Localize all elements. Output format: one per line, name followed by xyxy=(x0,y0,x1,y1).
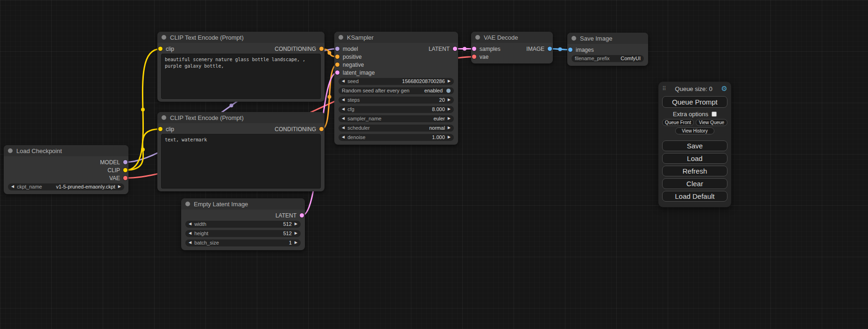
collapse-dot-icon[interactable] xyxy=(572,36,576,41)
widget-batch-size[interactable]: ◀ batch_size 1 ▶ xyxy=(185,239,301,246)
input-slot-label: images xyxy=(576,47,594,53)
collapse-dot-icon[interactable] xyxy=(162,35,166,40)
decrement-arrow-icon[interactable]: ◀ xyxy=(189,241,191,245)
widget-sampler-name[interactable]: ◀ sampler_name euler ▶ xyxy=(339,115,454,122)
widget-height[interactable]: ◀ height 512 ▶ xyxy=(185,230,301,237)
node-title: VAE Decode xyxy=(484,34,518,41)
input-slot-label: clip xyxy=(166,126,174,133)
node-save-image[interactable]: Save Image images filename_prefix ComfyU… xyxy=(567,33,648,66)
increment-arrow-icon[interactable]: ▶ xyxy=(295,231,297,235)
node-empty-latent-image[interactable]: Empty Latent Image LATENT ◀ width 512 ▶ … xyxy=(181,198,305,250)
node-ksampler[interactable]: KSampler model LATENT positive xyxy=(334,32,458,145)
node-title-bar[interactable]: CLIP Text Encode (Prompt) xyxy=(157,112,325,123)
node-title-bar[interactable]: KSampler xyxy=(334,32,458,43)
queue-front-button[interactable]: Queue Front xyxy=(662,119,694,126)
decrement-arrow-icon[interactable]: ◀ xyxy=(342,117,345,120)
output-slot-conditioning-dot[interactable] xyxy=(319,47,324,51)
output-slot-vae-dot[interactable] xyxy=(123,176,127,180)
widget-filename-prefix[interactable]: filename_prefix ComfyUI xyxy=(572,55,644,62)
decrement-arrow-icon[interactable]: ◀ xyxy=(342,79,345,83)
node-clip-text-encode-positive[interactable]: CLIP Text Encode (Prompt) clip CONDITION… xyxy=(157,32,325,102)
prompt-textarea[interactable]: beautiful scenery nature glass bottle la… xyxy=(161,54,321,99)
output-slot-label: LATENT xyxy=(429,46,450,52)
collapse-dot-icon[interactable] xyxy=(185,202,190,206)
collapse-dot-icon[interactable] xyxy=(475,35,480,40)
widget-random-seed-toggle[interactable]: Random seed after every gen enabled xyxy=(339,87,454,94)
widget-steps[interactable]: ◀ steps 20 ▶ xyxy=(339,97,454,104)
decrement-arrow-icon[interactable]: ◀ xyxy=(189,222,191,226)
clear-button[interactable]: Clear xyxy=(662,178,727,189)
output-slot-image-dot[interactable] xyxy=(548,47,552,51)
increment-arrow-icon[interactable]: ▶ xyxy=(295,222,297,226)
output-slot-latent-dot[interactable] xyxy=(300,213,304,217)
queue-menu-panel[interactable]: ⠿ Queue size: 0 ⚙ Queue Prompt Extra opt… xyxy=(658,82,731,207)
collapse-dot-icon[interactable] xyxy=(162,115,166,120)
extra-options-checkbox[interactable] xyxy=(712,112,717,117)
node-clip-text-encode-negative[interactable]: CLIP Text Encode (Prompt) clip CONDITION… xyxy=(157,112,325,191)
input-slot-model-dot[interactable] xyxy=(335,47,339,51)
increment-arrow-icon[interactable]: ▶ xyxy=(118,185,121,189)
output-slot-conditioning-dot[interactable] xyxy=(319,127,324,131)
decrement-arrow-icon[interactable]: ◀ xyxy=(342,107,345,111)
increment-arrow-icon[interactable]: ▶ xyxy=(448,98,451,102)
input-slot-label: negative xyxy=(343,62,364,68)
output-slot-latent-dot[interactable] xyxy=(453,47,457,51)
decrement-arrow-icon[interactable]: ◀ xyxy=(342,98,345,102)
input-slot-label: model xyxy=(343,46,358,52)
node-title-bar[interactable]: VAE Decode xyxy=(471,32,553,43)
widget-seed[interactable]: ◀ seed 156680208700286 ▶ xyxy=(339,78,454,85)
increment-arrow-icon[interactable]: ▶ xyxy=(448,117,451,120)
input-slot-negative-dot[interactable] xyxy=(335,63,339,67)
widget-denoise[interactable]: ◀ denoise 1.000 ▶ xyxy=(339,134,454,141)
decrement-arrow-icon[interactable]: ◀ xyxy=(11,185,14,189)
decrement-arrow-icon[interactable]: ◀ xyxy=(342,135,345,139)
input-slot-label: positive xyxy=(343,54,362,60)
queue-prompt-button[interactable]: Queue Prompt xyxy=(662,96,727,108)
output-slot-model-dot[interactable] xyxy=(123,160,127,164)
increment-arrow-icon[interactable]: ▶ xyxy=(448,135,451,139)
node-load-checkpoint[interactable]: Load Checkpoint MODEL CLIP VAE xyxy=(4,145,128,194)
increment-arrow-icon[interactable]: ▶ xyxy=(295,241,297,245)
toggle-indicator-icon[interactable] xyxy=(446,89,451,93)
node-title-bar[interactable]: Empty Latent Image xyxy=(181,198,305,210)
widget-ckpt-name[interactable]: ◀ ckpt_name v1-5-pruned-emaonly.ckpt ▶ xyxy=(8,183,124,190)
node-title-bar[interactable]: Save Image xyxy=(567,33,648,44)
increment-arrow-icon[interactable]: ▶ xyxy=(448,126,451,130)
decrement-arrow-icon[interactable]: ◀ xyxy=(189,231,191,235)
input-slot-images-dot[interactable] xyxy=(568,48,572,52)
load-default-button[interactable]: Load Default xyxy=(662,191,727,202)
graph-canvas[interactable]: Load Checkpoint MODEL CLIP VAE xyxy=(0,0,868,329)
view-queue-button[interactable]: View Queue xyxy=(696,119,727,126)
input-slot-vae-dot[interactable] xyxy=(472,55,476,59)
increment-arrow-icon[interactable]: ▶ xyxy=(448,107,451,111)
output-slot-label: VAE xyxy=(109,175,120,182)
node-title-bar[interactable]: CLIP Text Encode (Prompt) xyxy=(157,32,325,43)
input-slot-label: latent_image xyxy=(343,70,375,76)
node-title: CLIP Text Encode (Prompt) xyxy=(170,34,244,41)
collapse-dot-icon[interactable] xyxy=(339,35,343,40)
extra-options-label: Extra options xyxy=(673,111,708,118)
node-vae-decode[interactable]: VAE Decode samples IMAGE vae xyxy=(471,32,553,63)
refresh-button[interactable]: Refresh xyxy=(662,166,727,176)
drag-handle-icon[interactable]: ⠿ xyxy=(662,85,666,92)
node-title: Load Checkpoint xyxy=(16,147,62,154)
decrement-arrow-icon[interactable]: ◀ xyxy=(342,126,345,130)
prompt-textarea[interactable]: text, watermark xyxy=(161,134,321,189)
widget-width[interactable]: ◀ width 512 ▶ xyxy=(185,221,301,228)
input-slot-clip-dot[interactable] xyxy=(158,47,162,51)
widget-scheduler[interactable]: ◀ scheduler normal ▶ xyxy=(339,125,454,132)
widget-cfg[interactable]: ◀ cfg 8.000 ▶ xyxy=(339,106,454,113)
node-title-bar[interactable]: Load Checkpoint xyxy=(4,145,128,156)
save-button[interactable]: Save xyxy=(662,140,727,151)
output-slot-clip-dot[interactable] xyxy=(123,168,127,172)
load-button[interactable]: Load xyxy=(662,153,727,164)
collapse-dot-icon[interactable] xyxy=(8,148,13,153)
view-history-button[interactable]: View History xyxy=(675,127,714,134)
input-slot-latent-image-dot[interactable] xyxy=(335,70,339,75)
input-slot-clip-dot[interactable] xyxy=(158,127,162,131)
increment-arrow-icon[interactable]: ▶ xyxy=(448,79,451,83)
input-slot-positive-dot[interactable] xyxy=(335,55,339,59)
link-midpoint-dot xyxy=(463,47,466,51)
input-slot-samples-dot[interactable] xyxy=(472,47,476,51)
settings-gear-icon[interactable]: ⚙ xyxy=(721,84,727,93)
